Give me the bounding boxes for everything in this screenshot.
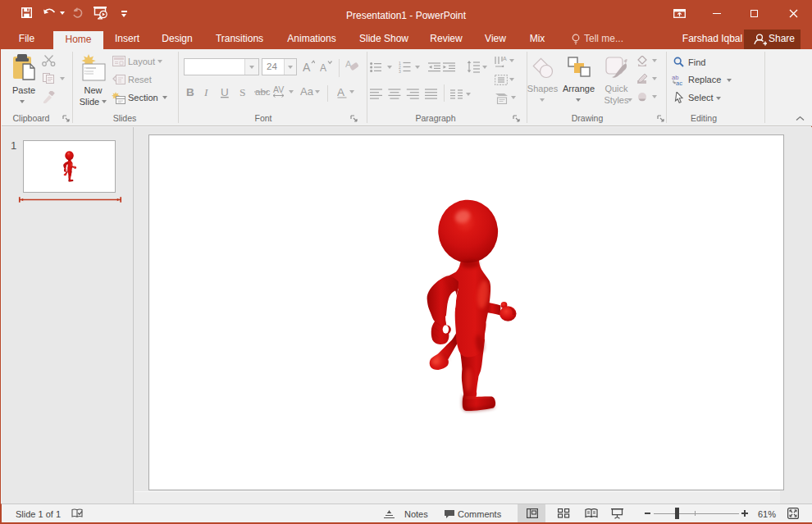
svg-text:ac: ac [676, 80, 682, 86]
svg-text:A: A [303, 61, 311, 73]
svg-text:Aa: Aa [300, 85, 314, 98]
svg-text:3: 3 [399, 69, 401, 74]
svg-text:U: U [221, 86, 229, 98]
svg-text:A: A [337, 86, 344, 98]
svg-text:B: B [186, 86, 194, 98]
svg-text:S: S [239, 86, 246, 98]
svg-text:AV: AV [273, 84, 284, 94]
svg-text:A: A [320, 62, 326, 73]
svg-text:A: A [503, 56, 507, 62]
svg-text:I: I [203, 86, 209, 98]
